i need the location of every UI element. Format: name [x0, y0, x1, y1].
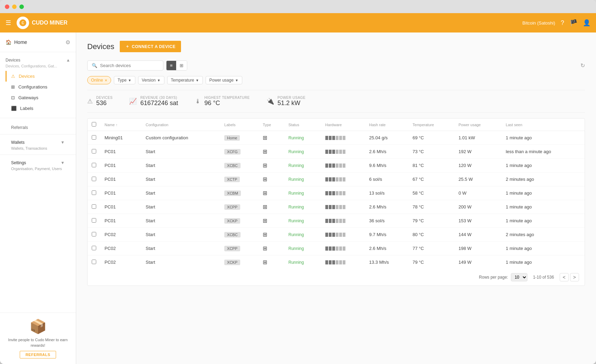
sidebar-item-home[interactable]: 🏠 Home: [6, 37, 27, 48]
promo-text: Invite people to Cudo Miner to earn rewa…: [6, 337, 70, 348]
cell-hashrate-7: 9.7 Mh/s: [365, 228, 409, 242]
row-checkbox-5[interactable]: [92, 204, 96, 209]
cell-temp-8: 77 °C: [408, 242, 454, 255]
grid-view-button[interactable]: ⊞: [176, 61, 187, 70]
sidebar-item-referrals[interactable]: Referrals: [6, 122, 70, 133]
select-all-checkbox[interactable]: [92, 122, 96, 127]
cell-power-8: 198 W: [454, 242, 502, 255]
search-box: 🔍: [87, 60, 163, 71]
temperature-filter-arrow: ▼: [196, 78, 199, 82]
cell-name-4: PC01: [100, 186, 142, 200]
cell-lastseen-6: 1 minute ago: [502, 214, 585, 228]
online-filter-tag[interactable]: Online ✕: [87, 76, 111, 84]
col-power[interactable]: Power usage: [454, 119, 502, 131]
online-filter-label: Online: [91, 78, 103, 83]
cell-lastseen-3: 2 minutes ago: [502, 172, 585, 186]
cell-config-4: Start: [142, 186, 220, 200]
table-row: PC02 Start XCBC ⊞ Running 9.7 Mh/s 80 °C…: [88, 228, 585, 242]
menu-icon[interactable]: ☰: [6, 19, 11, 27]
configurations-icon: ⊞: [11, 84, 15, 90]
row-checkbox-2[interactable]: [92, 163, 96, 167]
cell-name-5: PC01: [100, 200, 142, 214]
col-type[interactable]: Type: [259, 119, 284, 131]
sidebar-item-gateways[interactable]: ⊡ Gateways: [6, 92, 70, 103]
next-page-button[interactable]: >: [570, 273, 579, 281]
col-hashrate[interactable]: Hash rate: [365, 119, 409, 131]
version-filter-arrow: ▼: [157, 78, 161, 82]
version-filter[interactable]: Version ▼: [138, 76, 164, 84]
type-filter-label: Type: [118, 78, 127, 83]
cell-type-0: ⊞: [259, 131, 284, 145]
row-checkbox-4[interactable]: [92, 190, 96, 195]
col-configuration[interactable]: Configuration: [142, 119, 220, 131]
cell-config-2: Start: [142, 159, 220, 172]
cell-hashrate-6: 36 sol/s: [365, 214, 409, 228]
row-checkbox-7[interactable]: [92, 232, 96, 236]
row-checkbox-0[interactable]: [92, 135, 96, 140]
stat-power: 🔌 POWER USAGE 51.2 kW: [267, 96, 306, 107]
sidebar-item-devices[interactable]: ⚠ Devices: [6, 71, 70, 82]
promo-image: 📦: [6, 318, 70, 335]
close-btn[interactable]: [5, 4, 9, 9]
col-name[interactable]: Name ↑: [100, 119, 142, 131]
type-filter[interactable]: Type ▼: [114, 76, 135, 84]
online-filter-close[interactable]: ✕: [105, 78, 107, 82]
col-hardware[interactable]: Hardware: [321, 119, 365, 131]
connect-btn-label: CONNECT A DEVICE: [132, 44, 175, 49]
temperature-filter-label: Temperature: [171, 78, 194, 83]
cell-config-0: Custom configuration: [142, 131, 220, 145]
gateways-icon: ⊡: [11, 95, 15, 100]
wallets-subtitle: Wallets, Transactions: [6, 146, 70, 153]
cell-lastseen-5: 1 minute ago: [502, 200, 585, 214]
help-icon[interactable]: ?: [561, 19, 564, 27]
row-checkbox-9[interactable]: [92, 260, 96, 264]
cell-power-0: 1.01 kW: [454, 131, 502, 145]
col-labels[interactable]: Labels: [220, 119, 259, 131]
collapse-icon[interactable]: ▲: [66, 58, 70, 63]
cell-label-5: XCPP: [220, 200, 259, 214]
col-status[interactable]: Status: [284, 119, 321, 131]
settings-icon[interactable]: ⚙: [65, 39, 70, 46]
sidebar-item-configurations[interactable]: ⊞ Configurations: [6, 82, 70, 92]
col-temperature[interactable]: Temperature: [408, 119, 454, 131]
devices-section-subtitle: Devices, Configurations, Gat...: [6, 64, 70, 71]
cell-hardware-1: [321, 145, 365, 159]
list-view-button[interactable]: ≡: [166, 61, 176, 70]
row-checkbox-1[interactable]: [92, 149, 96, 153]
flag-icon[interactable]: 🏴: [570, 19, 577, 27]
user-icon[interactable]: 👤: [583, 19, 590, 27]
cell-config-1: Start: [142, 145, 220, 159]
col-lastseen[interactable]: Last seen: [502, 119, 585, 131]
prev-page-button[interactable]: <: [560, 273, 569, 281]
maximize-btn[interactable]: [19, 4, 24, 9]
connect-device-button[interactable]: ＋ CONNECT A DEVICE: [120, 41, 181, 52]
row-checkbox-6[interactable]: [92, 218, 96, 223]
row-checkbox-3[interactable]: [92, 177, 96, 181]
power-filter[interactable]: Power usage ▼: [206, 76, 242, 84]
cell-power-2: 120 W: [454, 159, 502, 172]
cell-name-6: PC01: [100, 214, 142, 228]
settings-label: Settings: [11, 160, 26, 165]
sidebar-item-labels[interactable]: ⬛ Labels: [6, 103, 70, 114]
sidebar-item-wallets[interactable]: Wallets ▼: [6, 139, 70, 146]
devices-section-title: Devices: [6, 58, 20, 63]
sidebar-item-settings[interactable]: Settings ▼: [6, 159, 70, 167]
temperature-filter[interactable]: Temperature ▼: [167, 76, 203, 84]
cell-lastseen-8: 1 minute ago: [502, 242, 585, 255]
referrals-button[interactable]: REFERRALS: [20, 351, 56, 358]
plus-icon: ＋: [125, 44, 130, 49]
row-checkbox-8[interactable]: [92, 246, 96, 250]
refresh-button[interactable]: ↻: [580, 62, 585, 69]
minimize-btn[interactable]: [12, 4, 17, 9]
cell-type-2: ⊞: [259, 159, 284, 172]
cell-temp-7: 80 °C: [408, 228, 454, 242]
cell-temp-6: 79 °C: [408, 214, 454, 228]
navbar: ☰ C CUDO MINER Bitcoin (Satoshi) ? 🏴 👤: [0, 13, 596, 32]
stat-temperature: 🌡 HIGHEST TEMPERATURE 96 °C: [195, 96, 250, 107]
wallets-label: Wallets: [11, 140, 25, 145]
table-row: PC01 Start XCBC ⊞ Running 9.6 Mh/s 81 °C…: [88, 159, 585, 172]
cell-temp-0: 69 °C: [408, 131, 454, 145]
cell-hashrate-0: 25.04 g/s: [365, 131, 409, 145]
search-input[interactable]: [100, 63, 159, 68]
rows-per-page-select[interactable]: 10 25 50: [511, 273, 527, 281]
